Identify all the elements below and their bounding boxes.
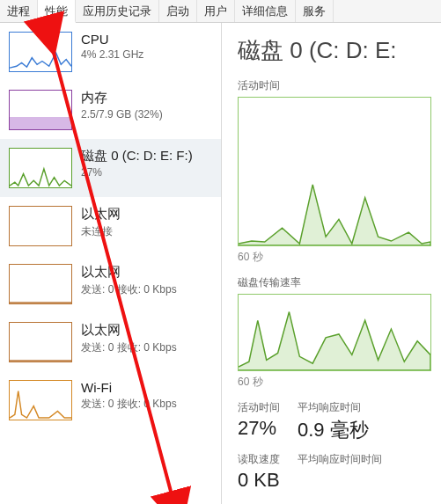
- wifi-sub: 发送: 0 接收: 0 Kbps: [81, 397, 177, 412]
- stat-avg-rw-label: 平均响应时间时间: [298, 452, 382, 467]
- stat-read-label: 读取速度: [238, 452, 280, 467]
- sidebar-item-eth0[interactable]: 以太网 未连接: [0, 197, 221, 255]
- sidebar-item-eth1[interactable]: 以太网 发送: 0 接收: 0 Kbps: [0, 255, 221, 313]
- stat-active-label: 活动时间: [238, 400, 280, 415]
- tab-bar: 进程 性能 应用历史记录 启动 用户 详细信息 服务: [0, 0, 441, 23]
- ethernet-thumb-icon: [9, 264, 72, 304]
- disk-thumb-icon: [9, 148, 72, 188]
- detail-heading: 磁盘 0 (C: D: E:: [238, 35, 441, 66]
- memory-sub: 2.5/7.9 GB (32%): [81, 108, 163, 121]
- sidebar-item-cpu[interactable]: CPU 4% 2.31 GHz: [0, 23, 221, 81]
- eth0-sub: 未连接: [81, 224, 121, 239]
- tab-processes[interactable]: 进程: [0, 0, 38, 22]
- tab-performance[interactable]: 性能: [38, 0, 76, 23]
- sidebar-item-eth2[interactable]: 以太网 发送: 0 接收: 0 Kbps: [0, 313, 221, 371]
- disk-title: 磁盘 0 (C: D: E: F:): [81, 148, 193, 164]
- eth2-sub: 发送: 0 接收: 0 Kbps: [81, 340, 177, 355]
- disk-sub: 27%: [81, 166, 193, 179]
- sidebar-item-wifi[interactable]: Wi-Fi 发送: 0 接收: 0 Kbps: [0, 371, 221, 429]
- eth1-sub: 发送: 0 接收: 0 Kbps: [81, 282, 177, 297]
- transfer-rate-label: 磁盘传输速率: [238, 275, 441, 290]
- active-time-label: 活动时间: [238, 78, 441, 93]
- memory-thumb-icon: [9, 90, 72, 130]
- stat-resp-value: 0.9 毫秒: [298, 417, 369, 443]
- cpu-thumb-icon: [9, 32, 72, 72]
- eth0-title: 以太网: [81, 206, 121, 223]
- ethernet-thumb-icon: [9, 206, 72, 246]
- detail-panel: 磁盘 0 (C: D: E: 活动时间 60 秒 磁盘传输速率 60 秒 活动时…: [222, 23, 441, 504]
- stat-resp-label: 平均响应时间: [298, 400, 369, 415]
- tab-app-history[interactable]: 应用历史记录: [76, 0, 159, 22]
- perf-sidebar: CPU 4% 2.31 GHz 内存 2.5/7.9 GB (32%) 磁盘 0…: [0, 23, 222, 504]
- stat-active-value: 27%: [238, 417, 280, 440]
- ethernet-thumb-icon: [9, 322, 72, 362]
- tab-users[interactable]: 用户: [197, 0, 235, 22]
- memory-title: 内存: [81, 90, 163, 106]
- active-time-chart[interactable]: [238, 97, 431, 246]
- tab-details[interactable]: 详细信息: [235, 0, 296, 22]
- axis-60s-1: 60 秒: [238, 250, 441, 265]
- axis-60s-2: 60 秒: [238, 375, 441, 390]
- cpu-sub: 4% 2.31 GHz: [81, 48, 143, 61]
- sidebar-item-disk0[interactable]: 磁盘 0 (C: D: E: F:) 27%: [0, 139, 221, 197]
- eth1-title: 以太网: [81, 264, 177, 281]
- cpu-title: CPU: [81, 32, 143, 47]
- wifi-thumb-icon: [9, 380, 72, 420]
- stat-read-value: 0 KB: [238, 469, 280, 492]
- eth2-title: 以太网: [81, 322, 177, 339]
- transfer-rate-chart[interactable]: [238, 294, 431, 371]
- sidebar-item-memory[interactable]: 内存 2.5/7.9 GB (32%): [0, 81, 221, 139]
- tab-services[interactable]: 服务: [296, 0, 334, 22]
- wifi-title: Wi-Fi: [81, 380, 177, 395]
- tab-startup[interactable]: 启动: [159, 0, 197, 22]
